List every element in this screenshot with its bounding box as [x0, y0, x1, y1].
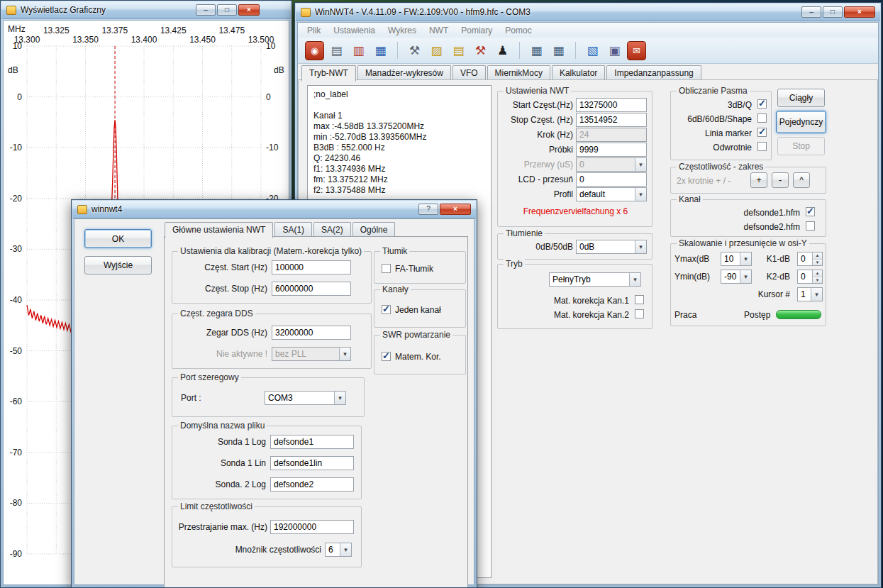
- group-tlumienie: Tłumienie 0dB/50dB 0dB: [497, 233, 652, 260]
- mode-combo[interactable]: PełnyTryb: [549, 272, 641, 287]
- svg-text:-70: -70: [10, 448, 23, 457]
- samples-input[interactable]: 9999: [576, 143, 647, 157]
- menu-pomoc[interactable]: Pomoc: [499, 24, 538, 37]
- profile-combo[interactable]: default: [576, 187, 647, 201]
- sonda2-log-input[interactable]: defsonde2: [270, 477, 354, 492]
- mat-correction-2-checkbox[interactable]: [635, 309, 644, 318]
- k2-spinner[interactable]: 0: [797, 270, 823, 284]
- ok-button[interactable]: OK: [84, 229, 152, 248]
- help-button[interactable]: ?: [418, 204, 438, 215]
- group-title: Ustawienia dla kalibracji (Matem.-korekc…: [178, 246, 364, 256]
- calibration-icon[interactable]: ⚒: [471, 41, 490, 60]
- freq-multiplier-combo[interactable]: 6: [325, 543, 352, 557]
- memory-2-icon[interactable]: ▦: [549, 41, 568, 60]
- close-button[interactable]: ×: [440, 204, 471, 215]
- freq-plus-button[interactable]: +: [750, 172, 767, 188]
- close-button[interactable]: ×: [238, 4, 260, 16]
- svg-text:13.450: 13.450: [189, 35, 216, 45]
- print-icon[interactable]: ▤: [327, 41, 346, 60]
- defsonde1-checkbox[interactable]: [806, 207, 815, 216]
- group-swr: SWR powtarzanie Matem. Kor.: [374, 335, 466, 375]
- start-freq-input[interactable]: 13275000: [576, 98, 647, 112]
- menu-plik[interactable]: Plik: [301, 24, 327, 37]
- menu-pomiary[interactable]: Pomiary: [455, 24, 499, 37]
- matem-kor-checkbox[interactable]: [382, 352, 391, 361]
- power-icon[interactable]: ◉: [305, 41, 324, 60]
- main-caption-buttons: – □ ×: [801, 6, 875, 18]
- probe-icon[interactable]: ⚒: [405, 41, 424, 60]
- penguin-icon[interactable]: ♟: [493, 41, 512, 60]
- attenuator-combo[interactable]: 0dB: [576, 240, 647, 254]
- export-bmp-icon[interactable]: ▦: [371, 41, 390, 60]
- maximize-button[interactable]: □: [217, 4, 237, 16]
- menu-ustawienia[interactable]: Ustawienia: [327, 24, 382, 37]
- main-titlebar[interactable]: WinNWT4 - V.4.11.09 - FW:2.109:V00 - hfm…: [296, 4, 880, 21]
- ymin-combo[interactable]: -90: [721, 270, 752, 284]
- tab-kalkulator[interactable]: Kalkulator: [552, 65, 605, 80]
- band-3db-checkbox[interactable]: [757, 99, 767, 109]
- sonda1-log-input[interactable]: defsonde1: [270, 435, 354, 449]
- chart-manager-icon[interactable]: ▨: [427, 41, 446, 60]
- tuning-max-input[interactable]: 192000000: [270, 520, 354, 534]
- tab-vfo[interactable]: VFO: [452, 65, 486, 80]
- single-sweep-button[interactable]: Pojedynczy: [776, 111, 826, 133]
- dialog-titlebar[interactable]: winnwt4: [72, 201, 476, 218]
- tab-sa1[interactable]: SA(1): [274, 222, 312, 237]
- tab-glowne-ustawienia[interactable]: Główne ustawienia NWT: [165, 222, 273, 238]
- exit-button[interactable]: Wyjście: [84, 256, 152, 274]
- maximize-button[interactable]: □: [823, 6, 843, 18]
- close-button[interactable]: ×: [844, 6, 875, 18]
- open-file-icon[interactable]: ▧: [583, 41, 602, 60]
- group-title: Częst. zegara DDS: [178, 309, 255, 318]
- band-6db-checkbox[interactable]: [757, 113, 767, 123]
- stop-freq-label: Stop Częst. (Hz): [499, 115, 573, 125]
- marker-line-checkbox[interactable]: [757, 128, 767, 137]
- freq-minus-button[interactable]: -: [772, 172, 789, 188]
- tab-impedanzanpassung[interactable]: Impedanzanpassung: [606, 65, 701, 80]
- cursor-label: Kursor #: [753, 289, 790, 299]
- spinner-arrows-icon[interactable]: [812, 253, 822, 265]
- notes-icon[interactable]: ▤: [449, 41, 468, 60]
- continuous-sweep-button[interactable]: Ciągły: [777, 89, 825, 107]
- single-channel-checkbox[interactable]: [382, 305, 391, 314]
- minimize-button[interactable]: –: [196, 4, 216, 16]
- dds-clock-input[interactable]: 32000000: [272, 326, 351, 340]
- freq-caret-button[interactable]: ^: [793, 172, 810, 188]
- lcd-shift-label: LCD - przesuń: [499, 174, 573, 184]
- defsonde2-checkbox[interactable]: [806, 221, 815, 231]
- memory-1-icon[interactable]: ▦: [527, 41, 546, 60]
- print-color-icon[interactable]: ▥: [349, 41, 368, 60]
- tab-ogolne[interactable]: Ogólne: [352, 222, 396, 237]
- tab-manadzer-wykresow[interactable]: Manadżer-wykresów: [357, 65, 451, 80]
- menu-wykres[interactable]: Wykres: [382, 24, 423, 37]
- k1-spinner[interactable]: 0: [797, 252, 823, 266]
- svg-text:MHz: MHz: [8, 24, 26, 34]
- calib-stop-input[interactable]: 60000000: [272, 282, 351, 296]
- group-title: Kanał: [677, 194, 703, 204]
- inverse-checkbox[interactable]: [757, 142, 767, 151]
- stop-freq-input[interactable]: 13514952: [576, 113, 647, 127]
- menu-nwt[interactable]: NWT: [423, 24, 455, 37]
- tuning-max-label: Przestrajanie max. (Hz): [174, 522, 267, 532]
- spinner-arrows-icon[interactable]: [812, 270, 822, 283]
- tab-sa2[interactable]: SA(2): [313, 222, 351, 237]
- group-title: Tryb: [504, 259, 525, 269]
- lcd-shift-input[interactable]: 0: [576, 172, 647, 187]
- minimize-button[interactable]: –: [801, 6, 821, 18]
- port-combo[interactable]: COM3: [265, 391, 346, 405]
- calib-start-input[interactable]: 100000: [272, 260, 351, 274]
- cursor-combo[interactable]: 1: [797, 287, 823, 301]
- ymax-label: Ymax(dB: [674, 254, 709, 264]
- exit-icon[interactable]: ✉: [627, 41, 646, 60]
- mode-value: PełnyTryb: [550, 273, 629, 286]
- tab-miernik-mocy[interactable]: MiernikMocy: [487, 65, 550, 80]
- save-file-icon[interactable]: ▣: [605, 41, 624, 60]
- fa-tlumik-checkbox[interactable]: [382, 264, 391, 273]
- ymax-combo[interactable]: 10: [721, 252, 752, 266]
- sonda1-lin-input[interactable]: defsonde1lin: [270, 456, 354, 470]
- mat-correction-1-checkbox[interactable]: [635, 295, 644, 304]
- tab-tryb-nwt[interactable]: Tryb-NWT: [301, 65, 356, 82]
- svg-text:13.350: 13.350: [72, 35, 99, 45]
- freq-multiplier-label: Mnożnik częstotliwości: [179, 545, 321, 555]
- group-title: Domyślna nazwa pliku: [178, 421, 267, 431]
